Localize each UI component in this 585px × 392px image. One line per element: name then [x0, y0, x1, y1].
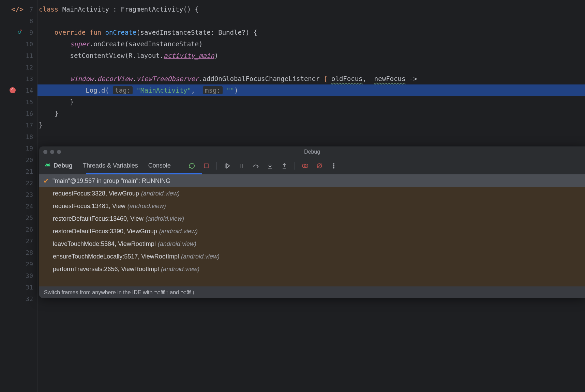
line-number: 24 [24, 203, 33, 210]
code-line[interactable] [38, 15, 585, 27]
tab-console[interactable]: Console [148, 157, 171, 174]
debug-panel-title: Debug [39, 149, 585, 155]
check-icon: ✔ [43, 177, 49, 185]
view-breakpoints-button[interactable] [301, 162, 309, 170]
code-token: viewTreeObserver [136, 75, 199, 82]
frame-package: (android.view) [141, 190, 180, 197]
code-line[interactable]: } [38, 108, 585, 119]
code-line[interactable] [38, 61, 585, 73]
step-into-button[interactable] [266, 162, 274, 170]
code-line[interactable]: } [38, 119, 585, 131]
code-line[interactable]: setContentView(R.layout.activity_main) [38, 50, 585, 61]
gutter-line[interactable]: 31 [0, 281, 37, 293]
code-line[interactable]: } [38, 96, 585, 108]
stack-frame-row[interactable]: requestFocus:13481, View(android.view) [39, 200, 585, 213]
gutter-line[interactable]: 24 [0, 200, 37, 212]
code-token: , [191, 87, 203, 94]
gutter-line[interactable]: 27 [0, 235, 37, 247]
line-number: 31 [24, 284, 33, 291]
code-token [328, 75, 331, 82]
line-number: 28 [24, 249, 33, 256]
gutter-line[interactable]: 28 [0, 247, 37, 258]
more-options-button[interactable] [330, 162, 338, 170]
line-number: 9 [24, 29, 33, 36]
gutter-line[interactable]: 32 [0, 293, 37, 304]
stack-frame-row[interactable]: requestFocus:3328, ViewGroup(android.vie… [39, 187, 585, 200]
code-token: -> [405, 75, 417, 82]
stack-frame-row[interactable]: leaveTouchMode:5584, ViewRootImpl(androi… [39, 238, 585, 250]
code-token: , [363, 75, 374, 82]
gutter-line[interactable]: 8 [0, 15, 37, 27]
gutter-line[interactable]: 9 [0, 27, 37, 38]
tab-debug[interactable]: Debug [45, 157, 73, 174]
gutter-line[interactable]: 25 [0, 212, 37, 223]
tab-threads-variables[interactable]: Threads & Variables [83, 157, 138, 174]
code-token: } [39, 121, 43, 129]
code-line[interactable]: Log.d( tag: "MainActivity", msg: "") [38, 84, 585, 96]
gutter-line[interactable]: 20 [0, 154, 37, 166]
frame-signature: requestFocus:13481, View [53, 203, 125, 210]
code-line[interactable]: override fun onCreate(savedInstanceState… [38, 27, 585, 38]
gutter-line[interactable]: 17 [0, 119, 37, 131]
thread-header-row[interactable]: ✔ "main"@19,567 in group "main": RUNNING [39, 174, 585, 187]
code-tag-icon: </> [11, 5, 24, 13]
debug-tool-window: Debug Debug Threads & Variables Console [39, 146, 585, 298]
line-number: 17 [24, 122, 33, 129]
gutter-line[interactable]: 21 [0, 166, 37, 177]
step-out-button[interactable] [280, 162, 288, 170]
rerun-button[interactable] [188, 162, 196, 170]
code-line[interactable]: window.decorView.viewTreeObserver.addOnG… [38, 73, 585, 84]
gutter-line[interactable]: 19 [0, 142, 37, 154]
line-number: 18 [24, 133, 33, 140]
code-line[interactable]: super.onCreate(savedInstanceState) [38, 38, 585, 50]
code-line[interactable] [38, 131, 585, 142]
frame-package: (android.view) [146, 215, 184, 222]
gutter-line[interactable]: 12 [0, 61, 37, 73]
stack-frame-row[interactable]: restoreDefaultFocus:3390, ViewGroup(andr… [39, 225, 585, 238]
stack-frame-row[interactable]: ensureTouchModeLocally:5517, ViewRootImp… [39, 250, 585, 263]
code-token: tag: [113, 86, 133, 94]
android-icon [45, 162, 51, 170]
breakpoint-icon[interactable] [10, 87, 16, 93]
code-token: window [70, 75, 94, 82]
code-token: "" [226, 87, 234, 94]
mute-breakpoints-button[interactable] [315, 162, 324, 170]
gutter-line[interactable]: 14 [0, 84, 37, 96]
gutter-line[interactable]: 22 [0, 177, 37, 189]
gutter-line[interactable]: 13 [0, 73, 37, 84]
gutter-line[interactable]: 10 [0, 38, 37, 50]
gutter-line[interactable]: 15 [0, 96, 37, 108]
line-number: 7 [24, 6, 33, 13]
svg-rect-1 [204, 164, 208, 168]
gutter-line[interactable]: 11 [0, 50, 37, 61]
pause-button[interactable] [237, 162, 245, 170]
code-line[interactable]: class MainActivity : FragmentActivity() … [38, 3, 585, 15]
gutter-line[interactable]: 30 [0, 270, 37, 281]
stop-button[interactable] [202, 162, 210, 170]
line-number: 16 [24, 110, 33, 117]
gutter-line[interactable]: 26 [0, 223, 37, 235]
line-number: 30 [24, 272, 33, 279]
gutter-line[interactable]: 29 [0, 258, 37, 270]
code-token: super [70, 40, 90, 48]
gutter-line[interactable]: 23 [0, 189, 37, 200]
stack-frame-row[interactable]: restoreDefaultFocus:13460, View(android.… [39, 213, 585, 225]
code-token [39, 29, 55, 36]
code-token: . [93, 75, 97, 82]
resume-button[interactable] [223, 162, 231, 170]
toolbar-separator [295, 162, 295, 170]
gutter-line[interactable]: 18 [0, 131, 37, 142]
code-token: override fun [55, 29, 105, 36]
frame-package: (android.view) [181, 253, 220, 260]
frame-signature: requestFocus:3328, ViewGroup [53, 190, 139, 197]
tab-debug-label: Debug [54, 162, 73, 169]
step-over-button[interactable] [252, 162, 260, 170]
line-number: 13 [24, 75, 33, 82]
tab-console-label: Console [148, 162, 171, 169]
gutter-line[interactable]: 16 [0, 108, 37, 119]
gutter-line[interactable]: 7</> [0, 3, 37, 15]
svg-point-0 [18, 31, 21, 34]
frame-package: (android.view) [161, 266, 199, 273]
frame-package: (android.view) [158, 240, 196, 248]
stack-frame-row[interactable]: performTraversals:2656, ViewRootImpl(and… [39, 263, 585, 276]
